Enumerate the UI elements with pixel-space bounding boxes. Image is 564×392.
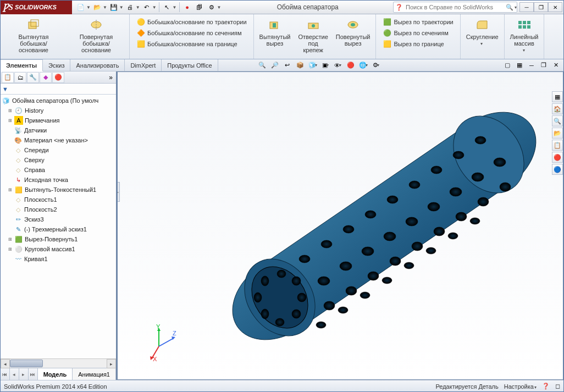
tree-plane2[interactable]: ◇Плоскость2: [1, 205, 116, 214]
search-submit-button[interactable]: 🔍: [504, 4, 516, 11]
tree-sensors[interactable]: 📡Датчики: [1, 125, 116, 135]
taskpane-explorer-button[interactable]: 🔍: [552, 115, 563, 126]
taskpane-view-palette-button[interactable]: 📂: [552, 128, 563, 139]
extruded-cut-button[interactable]: Вытянутый вырез: [257, 16, 293, 54]
zoom-fit-button[interactable]: 🔍: [257, 60, 268, 70]
fm-tab-dimxpert[interactable]: ◆: [40, 72, 52, 83]
tab-sketch[interactable]: Эскиз: [43, 59, 70, 71]
flyout-expand-button[interactable]: »: [107, 74, 115, 81]
tab-features[interactable]: Элементы: [1, 59, 43, 71]
tree-curve1[interactable]: 〰Кривая1: [1, 254, 116, 264]
expand-icon[interactable]: ⊞: [7, 236, 13, 242]
edit-appearance-button[interactable]: 🔴: [345, 60, 356, 70]
tab-dimxpert[interactable]: DimXpert: [125, 59, 162, 71]
multi-view-button[interactable]: ▦: [514, 60, 525, 70]
expand-icon[interactable]: ⊞: [7, 187, 13, 192]
taskpane-forum-button[interactable]: 🔵: [552, 164, 563, 175]
dropdown-icon[interactable]: ▼: [103, 5, 107, 10]
tab-animation[interactable]: Анимация1: [73, 368, 116, 380]
new-file-button[interactable]: 📄: [75, 2, 86, 13]
tree-sketch3[interactable]: ✏Эскиз3: [1, 214, 116, 224]
display-style-button[interactable]: ▣▾: [320, 60, 331, 70]
tree-root[interactable]: 🧊Обойма сепаратора (По умолч: [1, 96, 116, 106]
taskpane-library-button[interactable]: 🏠: [552, 103, 563, 114]
status-rebuild-button[interactable]: ◻: [555, 383, 560, 390]
mdi-minimize-button[interactable]: ─: [526, 60, 537, 70]
panel-splitter-handle[interactable]: ▸: [117, 182, 120, 202]
mdi-restore-button[interactable]: ❐: [538, 60, 549, 70]
lofted-cut-button[interactable]: 🟢Вырез по сечениям: [381, 28, 454, 38]
expand-icon[interactable]: ⊞: [7, 118, 13, 123]
fm-tab-tree[interactable]: 📋: [2, 72, 14, 83]
scroll-thumb[interactable]: [10, 360, 43, 367]
tab-model[interactable]: Модель: [38, 368, 73, 380]
tree-3dsketch[interactable]: ✎(-) Трехмерный эскиз1: [1, 224, 116, 234]
dropdown-icon[interactable]: ▼: [217, 5, 222, 10]
tab-nav-next[interactable]: ▸: [19, 368, 29, 380]
linear-pattern-button[interactable]: Линейный массив ▾: [508, 16, 541, 54]
options-button[interactable]: 🗐: [194, 2, 205, 13]
orientation-triad[interactable]: Y Z X: [140, 324, 178, 363]
tab-nav-prev[interactable]: ◂: [10, 368, 19, 380]
hole-wizard-button[interactable]: Отверстие под крепеж: [296, 16, 330, 54]
extruded-boss-button[interactable]: Вытянутая бобышка/основание: [4, 16, 63, 54]
save-button[interactable]: 💾: [108, 2, 119, 13]
boundary-boss-button[interactable]: 🟨Бобышка/основание на границе: [135, 39, 248, 49]
boundary-cut-button[interactable]: 🟨Вырез по границе: [381, 39, 454, 49]
filter-icon[interactable]: ▼: [2, 86, 8, 92]
hide-show-button[interactable]: 👁▾: [333, 60, 344, 70]
dropdown-icon[interactable]: ▼: [173, 5, 177, 10]
tab-evaluate[interactable]: Анализировать: [70, 59, 125, 71]
scroll-left-button[interactable]: ◂: [1, 359, 10, 368]
lofted-boss-button[interactable]: 🔶Бобышка/основание по сечениям: [135, 28, 248, 38]
tree-right-plane[interactable]: ◇Справа: [1, 165, 116, 175]
tab-office[interactable]: Продукты Office: [162, 59, 218, 71]
view-settings-button[interactable]: ⚙▾: [371, 60, 381, 70]
status-help-button[interactable]: ❓: [542, 383, 550, 390]
tree-extrude-thin[interactable]: ⊞🟨Вытянуть-Тонкостенный1: [1, 185, 116, 195]
dropdown-icon[interactable]: ▼: [86, 5, 91, 10]
dropdown-icon[interactable]: ▼: [119, 5, 124, 10]
dropdown-icon[interactable]: ▼: [136, 5, 140, 10]
dropdown-icon[interactable]: ▾: [515, 5, 517, 10]
apply-scene-button[interactable]: 🌐▾: [358, 60, 369, 70]
fillet-button[interactable]: Скругление ▾: [464, 16, 501, 47]
revolved-boss-button[interactable]: Повернутая бобышка/основание: [67, 16, 126, 54]
tree-origin[interactable]: ↳Исходная точка: [1, 175, 116, 185]
tab-nav-first[interactable]: ⏮: [1, 368, 10, 380]
zoom-area-button[interactable]: 🔎: [269, 60, 280, 70]
tree-plane1[interactable]: ◇Плоскость1: [1, 195, 116, 205]
single-view-button[interactable]: ▢: [502, 60, 513, 70]
tree-front-plane[interactable]: ◇Спереди: [1, 145, 116, 155]
open-file-button[interactable]: 📂: [92, 2, 103, 13]
tree-circ-pattern[interactable]: ⊞⚪Круговой массив1: [1, 244, 116, 254]
section-view-button[interactable]: 📦: [295, 60, 306, 70]
scroll-right-button[interactable]: ▸: [107, 359, 116, 368]
taskpane-appearances-button[interactable]: 📋: [552, 140, 563, 151]
dropdown-icon[interactable]: ▾: [480, 41, 483, 46]
tree-top-plane[interactable]: ◇Сверху: [1, 155, 116, 165]
undo-button[interactable]: ↶: [141, 2, 152, 13]
tree-history[interactable]: ⊞🕘History: [1, 106, 116, 115]
panel-hscrollbar[interactable]: ◂ ▸: [1, 358, 116, 368]
taskpane-custom-button[interactable]: 🔴: [552, 152, 563, 163]
fm-tab-config[interactable]: 🔧: [27, 72, 39, 83]
close-button[interactable]: ✕: [548, 2, 562, 12]
select-button[interactable]: ↖: [162, 2, 173, 13]
graphics-viewport[interactable]: ▸: [117, 71, 563, 380]
tree-cut-revolve[interactable]: ⊞🟩Вырез-Повернуть1: [1, 234, 116, 244]
help-search-box[interactable]: ❓ 🔍 ▾: [393, 2, 517, 13]
minimize-button[interactable]: ─: [519, 2, 534, 12]
restore-button[interactable]: ❐: [534, 2, 548, 12]
dropdown-icon[interactable]: ▼: [152, 5, 157, 10]
swept-boss-button[interactable]: 🟡Бобышка/основание по траектории: [135, 17, 248, 27]
tree-annotations[interactable]: ⊞AПримечания: [1, 115, 116, 125]
settings-button[interactable]: ⚙: [206, 2, 217, 13]
search-input[interactable]: [405, 3, 504, 12]
status-settings[interactable]: Настройка ▾: [504, 383, 537, 390]
fm-tab-display[interactable]: 🔴: [52, 72, 64, 83]
previous-view-button[interactable]: ↩: [282, 60, 293, 70]
mdi-close-button[interactable]: ✕: [550, 60, 561, 70]
rebuild-button[interactable]: ●: [182, 2, 193, 13]
fm-tab-property[interactable]: 🗂: [14, 72, 26, 83]
